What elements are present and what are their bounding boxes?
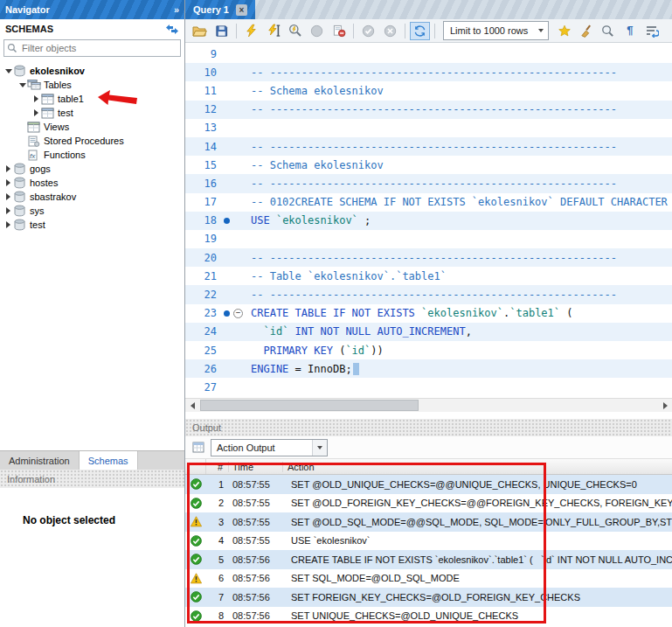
editor-line-23: 23−CREATE TABLE IF NOT EXISTS `ekolesnik… (185, 304, 672, 323)
output-row-5[interactable]: 508:57:56CREATE TABLE IF NOT EXISTS `eko… (185, 550, 672, 569)
navigator-bottom-tabs: Administration Schemas (0, 450, 184, 470)
limit-rows-dropdown[interactable]: Limit to 1000 rows (443, 21, 549, 40)
beautify-icon[interactable] (576, 22, 596, 40)
editor-line-13: 13 (185, 119, 672, 137)
table-icon (41, 108, 56, 119)
stop-on-error-icon[interactable] (329, 22, 349, 40)
output-row-7[interactable]: 708:57:56SET FOREIGN_KEY_CHECKS=@OLD_FOR… (185, 588, 672, 607)
scrollbar-thumb[interactable] (200, 400, 419, 411)
line-number: 19 (185, 233, 221, 245)
tree-item-test[interactable]: test (0, 218, 184, 232)
fold-collapse-icon[interactable]: − (233, 309, 243, 318)
output-row-2[interactable]: 208:57:55SET @OLD_FOREIGN_KEY_CHECKS=@@F… (185, 494, 672, 513)
tree-item-label: Functions (44, 150, 86, 160)
line-number: 25 (185, 345, 221, 357)
output-row-4[interactable]: 408:57:55USE `ekolesnikov` (185, 532, 672, 551)
sql-editor[interactable]: 910-- ----------------------------------… (185, 43, 672, 398)
editor-line-27: 27 (185, 378, 672, 396)
editor-hscrollbar[interactable] (185, 398, 672, 412)
toggle-autocommit-icon[interactable] (410, 22, 430, 40)
tree-item-ekolesnikov[interactable]: ekolesnikov (0, 64, 184, 78)
wrap-text-icon[interactable] (641, 22, 662, 40)
save-script-icon[interactable] (211, 22, 232, 40)
tree-item-tables[interactable]: Tables (0, 78, 184, 92)
editor-line-15: 15-- Schema ekolesnikov (185, 156, 672, 174)
filter-input[interactable] (3, 39, 181, 57)
editor-line-18: 18USE `ekolesnikov` ; (185, 212, 672, 230)
row-action: SET @OLD_UNIQUE_CHECKS=@@UNIQUE_CHECKS, … (287, 479, 672, 490)
row-time: 08:57:55 (229, 517, 287, 527)
tab-schemas[interactable]: Schemas (80, 451, 138, 470)
output-row-3[interactable]: 308:57:55SET @OLD_SQL_MODE=@@SQL_MODE, S… (185, 512, 672, 532)
tree-item-label: table1 (58, 94, 84, 104)
commit-icon[interactable] (358, 22, 378, 40)
explain-icon[interactable] (285, 22, 305, 40)
output-view-selector[interactable]: Action Output (211, 439, 328, 456)
editor-line-26: 26ENGINE = InnoDB; (185, 359, 672, 378)
row-action: SET SQL_MODE=@OLD_SQL_MODE (287, 573, 672, 583)
output-row-8[interactable]: 808:57:56SET UNIQUE_CHECKS=@OLD_UNIQUE_C… (185, 607, 672, 626)
expander-icon[interactable] (3, 165, 13, 172)
expander-icon[interactable] (3, 221, 13, 228)
line-text: -- Schema ekolesnikov (244, 85, 384, 97)
output-view-value: Action Output (211, 442, 312, 453)
save-snippet-icon[interactable] (554, 22, 574, 40)
line-text: ENGINE = InnoDB; (244, 363, 359, 376)
line-number: 27 (185, 381, 221, 394)
editor-line-25: 25 PRIMARY KEY (`id`)) (185, 341, 672, 359)
tree-item-sbastrakov[interactable]: sbastrakov (0, 190, 184, 204)
line-number: 23 (185, 307, 221, 319)
row-index: 6 (206, 573, 229, 583)
scroll-right-button[interactable] (658, 399, 672, 412)
output-row-1[interactable]: 108:57:55SET @OLD_UNIQUE_CHECKS=@@UNIQUE… (185, 475, 672, 494)
stop-icon[interactable] (307, 22, 327, 40)
execute-current-icon[interactable] (263, 22, 283, 40)
output-row-6[interactable]: 608:57:56SET SQL_MODE=@OLD_SQL_MODE (185, 569, 672, 589)
limit-rows-value: Limit to 1000 rows (450, 25, 528, 36)
tree-item-sys[interactable]: sys (0, 204, 184, 218)
table-icon (41, 94, 56, 105)
tree-item-test[interactable]: test (0, 106, 184, 120)
expander-icon[interactable] (3, 207, 13, 214)
toolbar-separator (353, 24, 354, 38)
functions-icon: fx (27, 150, 42, 161)
tab-query1[interactable]: Query 1 × (185, 0, 255, 19)
row-action: SET FOREIGN_KEY_CHECKS=@OLD_FOREIGN_KEY_… (287, 592, 672, 603)
expander-icon[interactable] (3, 193, 13, 200)
invisible-chars-icon[interactable]: ¶ (620, 22, 640, 40)
panel-menu-icon[interactable]: » (174, 4, 179, 15)
find-icon[interactable] (598, 22, 618, 40)
tree-item-table1[interactable]: table1 (0, 92, 184, 106)
tab-administration[interactable]: Administration (0, 451, 80, 470)
navigator-title: Navigator (5, 4, 50, 15)
expander-icon[interactable] (3, 179, 13, 186)
tree-item-label: sys (30, 206, 45, 216)
expander-icon[interactable] (31, 109, 41, 116)
marker-margin (221, 218, 232, 224)
expander-icon[interactable] (31, 95, 41, 102)
sync-schemas-icon[interactable] (165, 24, 179, 34)
action-output-icon (192, 442, 204, 453)
chevron-down-icon[interactable] (312, 440, 327, 456)
execute-icon[interactable] (241, 22, 261, 40)
close-tab-icon[interactable]: × (236, 4, 247, 16)
tree-item-views[interactable]: Views (0, 120, 184, 134)
tree-item-stored-procedures[interactable]: Stored Procedures (0, 134, 184, 148)
expander-icon[interactable] (3, 69, 13, 73)
line-number: 17 (185, 196, 221, 208)
tree-item-functions[interactable]: fxFunctions (0, 148, 184, 162)
tree-item-label: ekolesnikov (30, 66, 85, 76)
schemas-header-label: SCHEMAS (5, 24, 53, 34)
row-index: 4 (206, 535, 229, 546)
rollback-icon[interactable] (380, 22, 400, 40)
open-script-icon[interactable] (190, 22, 210, 40)
row-action: SET @OLD_SQL_MODE=@@SQL_MODE, SQL_MODE='… (287, 517, 672, 527)
row-time: 08:57:56 (229, 573, 287, 583)
panel-splitter[interactable] (185, 412, 672, 419)
expander-icon[interactable] (17, 83, 27, 87)
scroll-left-button[interactable] (185, 399, 199, 412)
line-text: -- -------------------------------------… (244, 289, 617, 301)
output-table-header: # Time Action (185, 458, 672, 475)
tree-item-hostes[interactable]: hostes (0, 176, 184, 190)
tree-item-gogs[interactable]: gogs (0, 162, 184, 176)
